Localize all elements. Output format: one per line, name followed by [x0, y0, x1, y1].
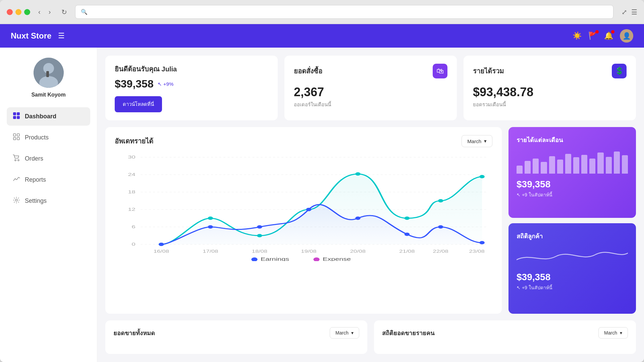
header-right: ☀️ 🚩 🔔 👤 — [573, 29, 633, 43]
svg-point-53 — [313, 257, 320, 261]
svg-point-36 — [208, 217, 213, 220]
customer-wave-chart — [517, 246, 628, 266]
search-icon: 🔍 — [81, 9, 88, 15]
bar-7 — [565, 154, 571, 174]
chart-month-select[interactable]: March ▾ — [462, 135, 492, 147]
minimize-dot[interactable] — [15, 9, 21, 15]
revenue-sub: ยอดรวมเดือนนี้ — [473, 101, 627, 109]
svg-text:20/08: 20/08 — [350, 249, 366, 253]
sales-total-card: ยอดขายทั้งหมด March ▾ — [105, 320, 367, 354]
svg-rect-8 — [13, 134, 16, 136]
bar-9 — [581, 155, 587, 174]
customer-stats-growth: ↖ +9 ในสัปดาห์นี้ — [517, 284, 628, 291]
header-left: Nuxt Store ☰ — [11, 31, 65, 41]
sidebar-item-reports[interactable]: Reports — [7, 171, 90, 189]
hamburger-icon[interactable]: ☰ — [631, 8, 637, 16]
dashboard-label: Dashboard — [25, 113, 56, 120]
sales-stats-title: สถิติยอดขายรายคน — [382, 328, 434, 338]
main-content: ยินดีต้อนรับคุณ Julia $39,358 ↖ +9% ดาวน… — [97, 48, 644, 362]
welcome-amount: $39,358 ↖ +9% — [115, 78, 268, 90]
bar-8 — [573, 157, 579, 174]
welcome-title: ยินดีต้อนรับคุณ Julia — [115, 64, 268, 74]
svg-point-12 — [15, 160, 16, 161]
browser-window: ‹ › ↻ 🔍 ⤢ ☰ Nuxt Store ☰ ☀️ 🚩 — [0, 0, 644, 362]
maximize-dot[interactable] — [24, 9, 30, 15]
svg-text:17/08: 17/08 — [203, 249, 218, 253]
svg-point-42 — [479, 175, 484, 178]
svg-point-51 — [251, 257, 258, 261]
bar-4 — [541, 162, 547, 174]
browser-dots — [7, 9, 30, 15]
sidebar-item-products[interactable]: Products — [7, 128, 90, 147]
customer-stats-title: สถิติลูกค้า — [517, 231, 628, 241]
chevron-down-icon-2: ▾ — [351, 330, 354, 336]
sidebar: Samit Koyom Dashboard — [0, 48, 97, 362]
monthly-income-bars — [517, 150, 628, 174]
chart-area: 30 24 18 12 6 0 16/08 17/08 18/08 19/0 — [115, 154, 492, 261]
sun-button[interactable]: ☀️ — [573, 32, 582, 40]
profile-avatar — [34, 58, 64, 88]
top-cards: ยินดีต้อนรับคุณ Julia $39,358 ↖ +9% ดาวน… — [105, 56, 636, 120]
svg-text:24: 24 — [128, 172, 135, 177]
bottom-section: ยอดขายทั้งหมด March ▾ สถิติยอดขายรายคน M… — [105, 320, 636, 354]
sales-total-header: ยอดขายทั้งหมด March ▾ — [113, 327, 359, 339]
refresh-button[interactable]: ↻ — [59, 7, 70, 17]
browser-actions: ⤢ ☰ — [622, 8, 637, 16]
svg-text:21/08: 21/08 — [399, 249, 415, 253]
orders-header: ยอดสั่งซื้อ 🛍 — [294, 64, 447, 78]
bar-3 — [533, 159, 539, 174]
svg-text:22/08: 22/08 — [433, 249, 448, 253]
settings-icon — [13, 196, 20, 205]
svg-text:18: 18 — [128, 189, 135, 194]
svg-point-49 — [438, 225, 443, 229]
svg-rect-7 — [17, 116, 20, 119]
bell-badge — [611, 30, 614, 34]
welcome-card: ยินดีต้อนรับคุณ Julia $39,358 ↖ +9% ดาวน… — [105, 56, 278, 120]
svg-text:30: 30 — [128, 155, 135, 160]
app-logo: Nuxt Store — [11, 31, 51, 41]
app-body: Samit Koyom Dashboard — [0, 48, 644, 362]
svg-rect-5 — [17, 112, 20, 115]
back-button[interactable]: ‹ — [36, 7, 43, 17]
monthly-income-title: รายได้แต่ละเดือน — [517, 135, 628, 145]
bar-10 — [589, 159, 595, 174]
download-button[interactable]: ดาวน์โหลดที่นี่ — [115, 96, 162, 112]
sales-total-month-select[interactable]: March ▾ — [330, 327, 359, 339]
app-header: Nuxt Store ☰ ☀️ 🚩 🔔 👤 — [0, 24, 644, 48]
svg-point-44 — [208, 225, 213, 229]
bar-13 — [614, 152, 620, 174]
sidebar-item-settings[interactable]: Settings — [7, 192, 90, 210]
svg-text:23/08: 23/08 — [469, 249, 485, 253]
monthly-income-card: รายได้แต่ละเดือน — [508, 127, 636, 218]
expand-icon[interactable]: ⤢ — [622, 8, 627, 16]
bar-1 — [517, 166, 523, 174]
svg-text:Expense: Expense — [323, 257, 351, 261]
hamburger-button[interactable]: ☰ — [58, 32, 65, 40]
orders-sub: ออเดอร์ในเดือนนี้ — [294, 101, 447, 109]
svg-rect-6 — [13, 116, 16, 119]
sales-stats-month: March — [604, 330, 617, 336]
bell-button[interactable]: 🔔 — [604, 32, 613, 40]
sidebar-item-dashboard[interactable]: Dashboard — [7, 107, 90, 126]
sidebar-item-orders[interactable]: Orders — [7, 149, 90, 168]
url-bar[interactable]: 🔍 — [75, 5, 613, 19]
svg-rect-9 — [17, 134, 19, 136]
avatar[interactable]: 👤 — [620, 29, 633, 43]
sales-stats-month-select[interactable]: March ▾ — [598, 327, 628, 339]
right-panels: รายได้แต่ละเดือน — [508, 127, 636, 314]
sales-stats-header: สถิติยอดขายรายคน March ▾ — [382, 327, 628, 339]
svg-rect-3 — [46, 71, 49, 77]
bar-11 — [597, 153, 603, 174]
close-dot[interactable] — [7, 9, 13, 15]
orders-title: ยอดสั่งซื้อ — [294, 66, 322, 76]
products-label: Products — [25, 134, 49, 141]
svg-text:12: 12 — [128, 207, 135, 212]
browser-nav: ‹ › — [36, 7, 53, 17]
flag-button[interactable]: 🚩 — [588, 32, 597, 40]
revenue-header: รายได้รวม 💲 — [473, 64, 627, 78]
svg-text:19/08: 19/08 — [301, 249, 316, 253]
orders-card: ยอดสั่งซื้อ 🛍 2,367 ออเดอร์ในเดือนนี้ — [284, 56, 457, 120]
flag-badge — [595, 30, 599, 34]
bar-2 — [525, 161, 531, 174]
forward-button[interactable]: › — [46, 7, 54, 17]
